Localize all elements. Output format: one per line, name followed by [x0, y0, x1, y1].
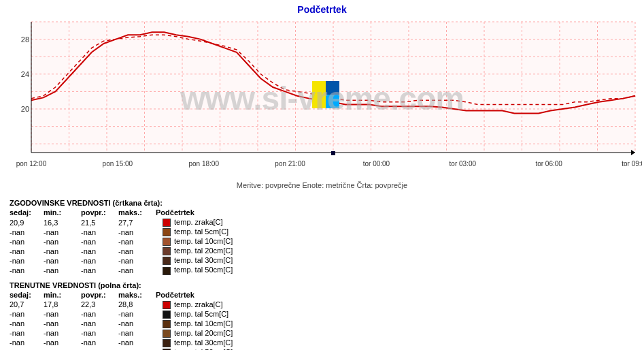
val-maks: -nan	[118, 329, 156, 338]
list-item: 20,7 17,8 22,3 28,8 temp. zraka[C]	[10, 300, 634, 310]
chart-subtitle: Meritve: povprečne Enote: metrične Črta:…	[0, 180, 644, 192]
chart-canvas-wrapper: www.si-vreme.com	[3, 16, 642, 180]
val-povpr: -nan	[81, 338, 118, 348]
val-povpr: -nan	[81, 256, 118, 266]
val-povpr: 21,5	[81, 218, 118, 227]
list-item: 20,9 16,3 21,5 27,7 temp. zraka[C]	[10, 218, 634, 227]
val-maks: 28,8	[118, 300, 156, 310]
color-swatch	[163, 247, 171, 255]
val-min: -nan	[44, 246, 81, 256]
list-item: -nan -nan -nan -nan temp. tal 20cm[C]	[10, 246, 634, 256]
val-label: temp. tal 5cm[C]	[156, 310, 611, 319]
val-min: -nan	[44, 237, 81, 246]
color-swatch	[163, 257, 171, 265]
val-povpr: -nan	[81, 310, 118, 319]
val-maks: -nan	[118, 338, 156, 348]
color-swatch	[163, 219, 171, 227]
list-item: -nan -nan -nan -nan temp. tal 10cm[C]	[10, 237, 634, 246]
list-item: -nan -nan -nan -nan temp. tal 50cm[C]	[10, 266, 634, 275]
val-povpr: 22,3	[81, 300, 118, 310]
val-maks: -nan	[118, 310, 156, 319]
val-min: -nan	[44, 319, 81, 329]
color-swatch	[163, 330, 171, 338]
col-povpr-hist: povpr.:	[81, 208, 118, 218]
current-table: sedaj: min.: povpr.: maks.: Podčetrtek 2…	[10, 291, 634, 350]
val-label: temp. tal 10cm[C]	[156, 237, 611, 246]
chart-area: Podčetrtek www.si-vreme.com Meritve: pov…	[0, 0, 644, 191]
historical-header: ZGODOVINSKE VREDNOSTI (črtkana črta):	[10, 199, 634, 207]
val-min: -nan	[44, 310, 81, 319]
val-maks: -nan	[118, 237, 156, 246]
val-min: 16,3	[44, 218, 81, 227]
val-min: -nan	[44, 227, 81, 237]
color-swatch	[163, 238, 171, 246]
val-sedaj: -nan	[10, 338, 44, 348]
col-station-hist: Podčetrtek	[156, 208, 611, 218]
current-header-row: sedaj: min.: povpr.: maks.: Podčetrtek	[10, 291, 634, 300]
col-sedaj-curr: sedaj:	[10, 291, 44, 300]
color-swatch	[163, 339, 171, 347]
val-sedaj: -nan	[10, 329, 44, 338]
val-label: temp. zraka[C]	[156, 300, 611, 310]
svg-rect-2	[326, 95, 339, 108]
val-povpr: -nan	[81, 329, 118, 338]
val-povpr: -nan	[81, 237, 118, 246]
historical-table: sedaj: min.: povpr.: maks.: Podčetrtek 2…	[10, 208, 634, 276]
val-min: -nan	[44, 329, 81, 338]
val-povpr: -nan	[81, 227, 118, 237]
val-sedaj: 20,9	[10, 218, 44, 227]
val-sedaj: -nan	[10, 227, 44, 237]
val-label: temp. tal 50cm[C]	[156, 266, 611, 275]
val-label: temp. zraka[C]	[156, 218, 611, 227]
col-min-curr: min.:	[44, 291, 81, 300]
list-item: -nan -nan -nan -nan temp. tal 10cm[C]	[10, 319, 634, 329]
val-maks: -nan	[118, 256, 156, 266]
col-station-curr: Podčetrtek	[156, 291, 611, 300]
data-section: ZGODOVINSKE VREDNOSTI (črtkana črta): se…	[0, 191, 644, 350]
color-swatch	[163, 228, 171, 236]
val-sedaj: -nan	[10, 266, 44, 275]
val-label: temp. tal 20cm[C]	[156, 246, 611, 256]
val-label: temp. tal 30cm[C]	[156, 256, 611, 266]
val-min: 17,8	[44, 300, 81, 310]
val-label: temp. tal 10cm[C]	[156, 319, 611, 329]
val-sedaj: 20,7	[10, 300, 44, 310]
val-maks: -nan	[118, 227, 156, 237]
val-min: -nan	[44, 266, 81, 275]
val-maks: 27,7	[118, 218, 156, 227]
col-maks-hist: maks.:	[118, 208, 156, 218]
list-item: -nan -nan -nan -nan temp. tal 30cm[C]	[10, 256, 634, 266]
val-maks: -nan	[118, 246, 156, 256]
val-sedaj: -nan	[10, 310, 44, 319]
list-item: -nan -nan -nan -nan temp. tal 30cm[C]	[10, 338, 634, 348]
color-swatch	[163, 320, 171, 328]
val-povpr: -nan	[81, 319, 118, 329]
val-maks: -nan	[118, 319, 156, 329]
col-povpr-curr: povpr.:	[81, 291, 118, 300]
color-swatch	[163, 301, 171, 309]
list-item: -nan -nan -nan -nan temp. tal 20cm[C]	[10, 329, 634, 338]
historical-body: 20,9 16,3 21,5 27,7 temp. zraka[C] -nan …	[10, 218, 634, 276]
val-label: temp. tal 20cm[C]	[156, 329, 611, 338]
val-sedaj: -nan	[10, 256, 44, 266]
val-label: temp. tal 30cm[C]	[156, 338, 611, 348]
val-min: -nan	[44, 256, 81, 266]
current-body: 20,7 17,8 22,3 28,8 temp. zraka[C] -nan …	[10, 300, 634, 350]
color-swatch	[163, 311, 171, 319]
col-min-hist: min.:	[44, 208, 81, 218]
val-povpr: -nan	[81, 246, 118, 256]
val-sedaj: -nan	[10, 246, 44, 256]
col-sedaj-hist: sedaj:	[10, 208, 44, 218]
list-item: -nan -nan -nan -nan temp. tal 5cm[C]	[10, 310, 634, 319]
color-swatch	[163, 267, 171, 275]
svg-rect-0	[312, 81, 326, 108]
current-header: TRENUTNE VREDNOSTI (polna črta):	[10, 281, 634, 289]
col-maks-curr: maks.:	[118, 291, 156, 300]
historical-header-row: sedaj: min.: povpr.: maks.: Podčetrtek	[10, 208, 634, 218]
chart-title: Podčetrtek	[0, 0, 644, 16]
val-sedaj: -nan	[10, 237, 44, 246]
val-label: temp. tal 5cm[C]	[156, 227, 611, 237]
list-item: -nan -nan -nan -nan temp. tal 5cm[C]	[10, 227, 634, 237]
logo-badge	[312, 81, 339, 108]
val-sedaj: -nan	[10, 319, 44, 329]
